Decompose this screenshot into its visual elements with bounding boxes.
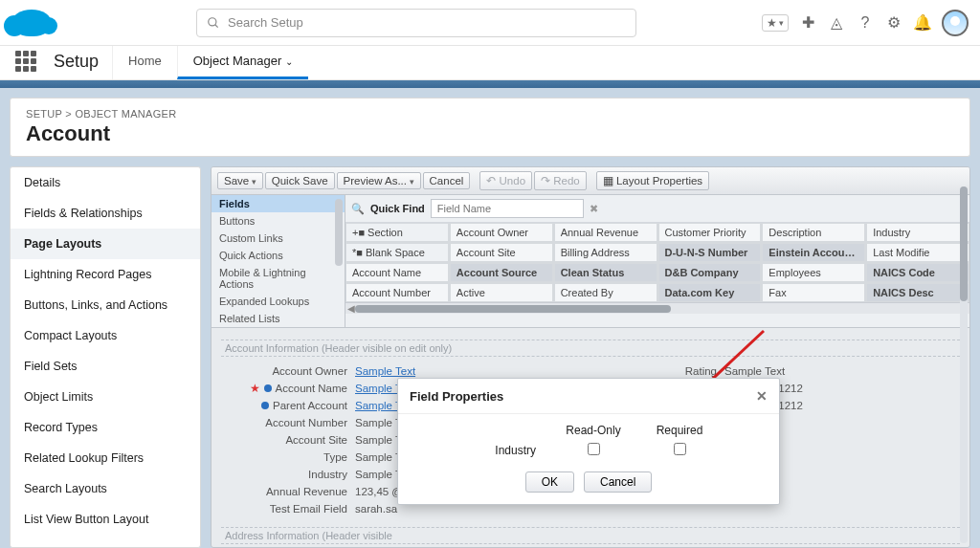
field-value[interactable]: Sample T xyxy=(355,434,402,446)
sidebar-item-search-layouts[interactable]: Search Layouts xyxy=(11,473,200,504)
field-value[interactable]: Sample Text xyxy=(355,365,415,377)
sidebar-item-object-limits[interactable]: Object Limits xyxy=(11,382,200,412)
save-button[interactable]: Save xyxy=(217,172,263,189)
preview-as-button[interactable]: Preview As... xyxy=(337,172,421,189)
palette-field[interactable]: Annual Revenue xyxy=(554,223,657,242)
palette-cat-quick-actions[interactable]: Quick Actions xyxy=(212,247,345,264)
palette-field[interactable]: Active xyxy=(450,283,553,302)
palette-field[interactable]: Billing Address xyxy=(554,243,657,262)
sidebar-item-lightning-pages[interactable]: Lightning Record Pages xyxy=(11,259,200,290)
app-nav: Setup Home Object Manager⌄ xyxy=(0,46,980,80)
palette-cat-custom-links[interactable]: Custom Links xyxy=(212,230,345,247)
palette-categories: Fields Buttons Custom Links Quick Action… xyxy=(212,195,345,327)
palette-cat-fields[interactable]: Fields xyxy=(212,195,345,212)
page-title: Account xyxy=(26,121,954,146)
palette-field[interactable]: Customer Priority xyxy=(658,223,762,242)
field-label: Account Site xyxy=(221,434,355,446)
palette-field[interactable]: Data.com Key xyxy=(658,283,762,302)
user-avatar[interactable] xyxy=(942,10,969,36)
cancel-button[interactable]: Cancel xyxy=(423,172,471,189)
sidebar-item-fields[interactable]: Fields & Relationships xyxy=(11,198,200,229)
header-utility-icons: ★▾ ✚ ◬ ? ⚙ 🔔 xyxy=(762,10,969,36)
sidebar-item-related-lookup[interactable]: Related Lookup Filters xyxy=(11,443,200,473)
palette-field[interactable]: Industry xyxy=(866,223,969,242)
sidebar-item-record-types[interactable]: Record Types xyxy=(11,412,200,443)
breadcrumb-object-manager[interactable]: OBJECT MANAGER xyxy=(75,108,176,120)
field-value[interactable]: Sample T xyxy=(355,469,402,480)
palette-field[interactable]: Account Source xyxy=(450,263,553,282)
help-icon[interactable]: ? xyxy=(856,13,875,33)
palette-cat-mobile-actions[interactable]: Mobile & Lightning Actions xyxy=(212,264,345,293)
palette-cat-related-lists[interactable]: Related Lists xyxy=(212,310,345,327)
sidebar-item-field-sets[interactable]: Field Sets xyxy=(11,351,200,382)
palette-field[interactable]: D&B Company xyxy=(658,263,762,282)
palette-field[interactable]: Employees xyxy=(762,263,865,282)
palette-cat-expanded-lookups[interactable]: Expanded Lookups xyxy=(212,293,345,310)
clear-icon[interactable]: ✖ xyxy=(590,203,598,215)
accent-bar xyxy=(0,80,980,88)
chevron-down-icon: ⌄ xyxy=(285,56,293,67)
global-search-input[interactable]: Search Setup xyxy=(196,9,636,37)
palette-field[interactable]: NAICS Code xyxy=(866,263,969,282)
palette-field[interactable]: +■ Section xyxy=(345,223,449,242)
field-properties-dialog: Field Properties ✕ Read-Only Required In… xyxy=(397,378,780,505)
palette-field[interactable]: NAICS Desc xyxy=(866,283,969,302)
palette-field[interactable]: Account Name xyxy=(345,263,449,282)
notifications-icon[interactable]: 🔔 xyxy=(913,13,932,33)
required-checkbox[interactable] xyxy=(674,443,686,455)
close-icon[interactable]: ✕ xyxy=(756,388,768,404)
palette-fields-grid: +■ Section Account Owner Annual Revenue … xyxy=(345,223,969,302)
setup-gear-icon[interactable]: ⚙ xyxy=(884,13,903,33)
field-value[interactable]: 123,45 @ xyxy=(355,486,403,497)
palette-field[interactable]: D-U-N-S Number xyxy=(658,243,762,262)
quick-save-button[interactable]: Quick Save xyxy=(265,172,335,189)
undo-button[interactable]: ↶ Undo xyxy=(479,171,532,190)
col-header-readonly: Read-Only xyxy=(565,424,622,437)
palette-field[interactable]: Account Site xyxy=(450,243,553,262)
app-launcher-icon[interactable] xyxy=(15,51,40,76)
sidebar-item-page-layouts[interactable]: Page Layouts xyxy=(11,229,200,259)
sidebar-item-details[interactable]: Details xyxy=(11,167,200,198)
palette-field[interactable]: Clean Status xyxy=(554,263,657,282)
layout-properties-button[interactable]: ▦ Layout Properties xyxy=(596,171,709,190)
palette-hscroll[interactable]: ◀▶ xyxy=(345,302,969,314)
quick-find-label: Quick Find xyxy=(370,203,425,214)
palette-field[interactable]: Description xyxy=(762,223,865,242)
field-name-label: Industry xyxy=(469,444,536,457)
palette-field[interactable]: Created By xyxy=(554,283,657,302)
sidebar-item-compact-layouts[interactable]: Compact Layouts xyxy=(11,320,200,351)
field-value[interactable]: sarah.sa xyxy=(355,503,397,515)
sidebar-item-buttons-links[interactable]: Buttons, Links, and Actions xyxy=(11,290,200,320)
app-name: Setup xyxy=(50,46,112,79)
breadcrumb-setup[interactable]: SETUP xyxy=(26,108,62,120)
redo-button[interactable]: ↷ Redo xyxy=(534,171,587,190)
field-value[interactable]: Sample Text xyxy=(724,365,785,377)
palette-field[interactable]: Last Modifie xyxy=(866,243,969,262)
palette-field[interactable]: Einstein Account ... xyxy=(762,243,865,262)
section-account-info[interactable]: Account Information (Header visible on e… xyxy=(221,340,960,357)
palette-field[interactable]: Account Owner xyxy=(450,223,553,242)
palette-field[interactable]: Account Number xyxy=(345,283,449,302)
add-icon[interactable]: ✚ xyxy=(798,13,817,33)
section-address-info[interactable]: Address Information (Header visible xyxy=(221,527,960,544)
trailhead-icon[interactable]: ◬ xyxy=(827,13,846,33)
tab-object-manager[interactable]: Object Manager⌄ xyxy=(177,46,309,79)
search-icon xyxy=(207,16,220,30)
palette-field[interactable]: Fax xyxy=(762,283,865,302)
field-value[interactable]: Sample T xyxy=(355,451,402,463)
editor-vscroll[interactable] xyxy=(960,186,968,543)
tab-home[interactable]: Home xyxy=(112,46,177,79)
quick-find-input[interactable] xyxy=(431,199,584,218)
readonly-checkbox[interactable] xyxy=(588,443,600,455)
ok-button[interactable]: OK xyxy=(525,471,574,493)
favorites-button[interactable]: ★▾ xyxy=(762,14,789,32)
dialog-cancel-button[interactable]: Cancel xyxy=(584,471,652,493)
field-label: Rating xyxy=(590,365,724,377)
svg-line-1 xyxy=(215,24,218,27)
palette-cat-buttons[interactable]: Buttons xyxy=(212,212,345,230)
object-sidebar: Details Fields & Relationships Page Layo… xyxy=(10,166,201,548)
palette-vscroll[interactable] xyxy=(335,199,343,266)
palette-field[interactable]: *■ Blank Space xyxy=(345,243,449,262)
sidebar-item-list-view-button[interactable]: List View Button Layout xyxy=(11,504,200,535)
field-value[interactable]: Sample T xyxy=(355,417,402,428)
